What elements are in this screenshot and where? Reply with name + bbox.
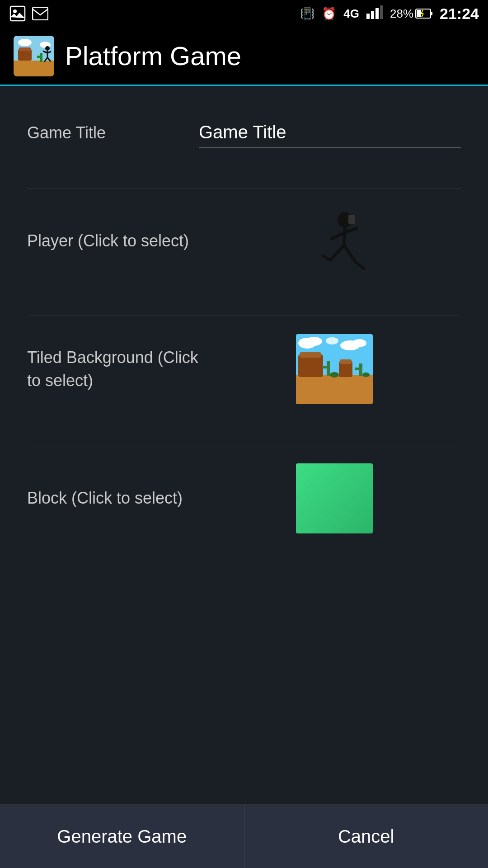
svg-line-34 bbox=[344, 245, 356, 262]
svg-line-33 bbox=[323, 256, 330, 260]
svg-rect-20 bbox=[37, 56, 42, 58]
svg-point-38 bbox=[306, 337, 322, 346]
svg-rect-42 bbox=[296, 375, 373, 404]
background-label: Tiled Background (Click to select) bbox=[27, 346, 208, 392]
svg-point-51 bbox=[330, 372, 339, 377]
status-bar: 📳 ⏰ 4G 28% 21:24 bbox=[0, 0, 488, 27]
svg-rect-48 bbox=[322, 366, 330, 368]
app-icon bbox=[14, 36, 54, 76]
game-title-input[interactable] bbox=[199, 118, 461, 148]
cancel-button[interactable]: Cancel bbox=[244, 805, 488, 868]
svg-rect-16 bbox=[14, 61, 54, 76]
svg-rect-5 bbox=[375, 8, 379, 19]
svg-rect-4 bbox=[371, 11, 374, 19]
svg-rect-46 bbox=[340, 359, 352, 364]
svg-rect-50 bbox=[355, 368, 362, 370]
game-title-label: Game Title bbox=[27, 123, 199, 142]
battery-percent: 28% bbox=[390, 7, 413, 21]
svg-line-29 bbox=[344, 227, 345, 245]
divider-3 bbox=[27, 445, 461, 445]
svg-rect-43 bbox=[298, 354, 323, 377]
svg-rect-0 bbox=[10, 6, 25, 21]
generate-game-button[interactable]: Generate Game bbox=[0, 805, 244, 868]
status-bar-left bbox=[9, 5, 49, 22]
svg-rect-44 bbox=[300, 352, 321, 358]
alarm-icon: ⏰ bbox=[322, 7, 336, 21]
svg-rect-3 bbox=[366, 14, 370, 19]
vibrate-icon: 📳 bbox=[300, 7, 314, 21]
email-icon bbox=[32, 5, 49, 22]
background-preview[interactable] bbox=[296, 334, 373, 404]
player-icon bbox=[300, 207, 368, 275]
main-content: Game Title Player (Click to select) bbox=[0, 86, 488, 592]
svg-point-40 bbox=[352, 339, 366, 347]
svg-point-1 bbox=[13, 9, 17, 13]
block-preview[interactable] bbox=[296, 463, 373, 533]
divider-2 bbox=[27, 316, 461, 316]
gallery-icon bbox=[9, 5, 26, 22]
divider-1 bbox=[27, 189, 461, 189]
svg-point-52 bbox=[362, 373, 370, 377]
block-label: Block (Click to select) bbox=[27, 487, 208, 509]
svg-point-21 bbox=[45, 46, 50, 51]
status-bar-right: 📳 ⏰ 4G 28% 21:24 bbox=[300, 5, 479, 23]
player-row[interactable]: Player (Click to select) bbox=[27, 193, 461, 288]
svg-rect-6 bbox=[380, 5, 383, 19]
game-title-row: Game Title bbox=[27, 104, 461, 161]
battery-indicator: 28% bbox=[390, 7, 432, 21]
game-title-input-wrapper[interactable] bbox=[199, 118, 461, 148]
app-title: Platform Game bbox=[65, 41, 241, 71]
player-preview[interactable] bbox=[208, 207, 461, 275]
svg-rect-2 bbox=[33, 7, 48, 20]
svg-line-35 bbox=[356, 262, 364, 269]
svg-rect-9 bbox=[431, 12, 432, 15]
signal-icon bbox=[366, 5, 383, 22]
svg-rect-18 bbox=[19, 47, 31, 51]
network-label: 4G bbox=[343, 7, 359, 21]
svg-line-32 bbox=[330, 245, 344, 260]
background-preview-wrapper[interactable] bbox=[208, 334, 461, 404]
background-image bbox=[296, 334, 373, 404]
svg-line-30 bbox=[331, 232, 344, 239]
svg-line-12 bbox=[422, 14, 423, 17]
svg-point-41 bbox=[326, 337, 338, 344]
player-label: Player (Click to select) bbox=[27, 230, 208, 252]
background-row[interactable]: Tiled Background (Click to select) bbox=[27, 321, 461, 418]
svg-rect-8 bbox=[417, 10, 421, 17]
bottom-buttons: Generate Game Cancel bbox=[0, 804, 488, 868]
svg-line-10 bbox=[421, 10, 423, 14]
time-display: 21:24 bbox=[440, 5, 479, 23]
svg-rect-28 bbox=[348, 215, 355, 224]
block-row[interactable]: Block (Click to select) bbox=[27, 450, 461, 547]
svg-point-14 bbox=[18, 39, 32, 46]
app-bar: Platform Game bbox=[0, 27, 488, 86]
block-preview-wrapper[interactable] bbox=[208, 463, 461, 533]
